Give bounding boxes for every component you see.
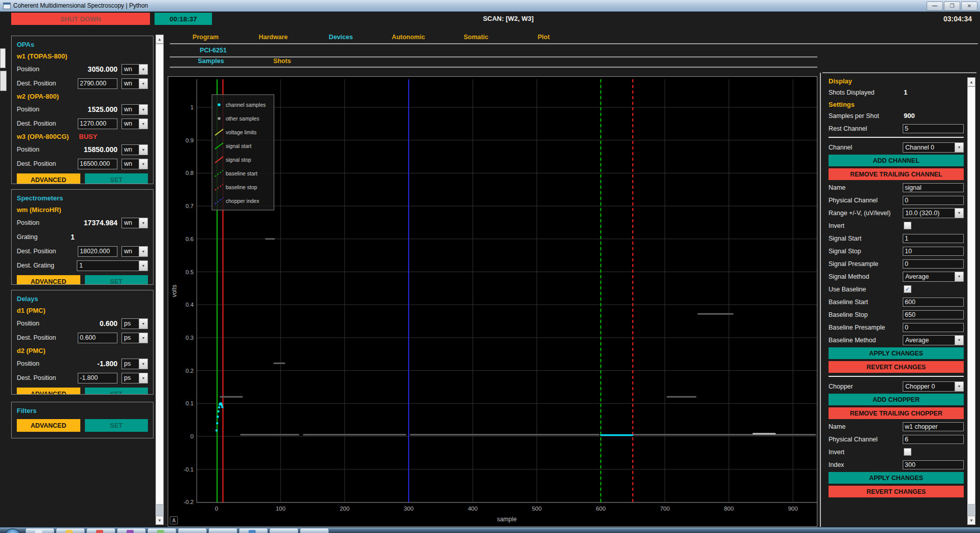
dest-position-input[interactable]	[78, 119, 117, 129]
baseline-method-dropdown[interactable]: Average▼	[903, 335, 964, 345]
taskbar-app-button[interactable]	[86, 528, 115, 533]
remove-trailing-chopper-button[interactable]: REMOVE TRAILING CHOPPER	[829, 407, 964, 419]
chevron-down-icon[interactable]: ▼	[139, 247, 147, 256]
autoscale-button[interactable]: A	[170, 516, 178, 524]
add-chopper-button[interactable]: ADD CHOPPER	[829, 394, 964, 405]
scroll-up-icon[interactable]: ▲	[967, 77, 975, 86]
advanced-button[interactable]: ADVANCED	[17, 173, 80, 184]
plot-canvas[interactable]: 0100200300400500600700800900-0.2-0.100.1…	[168, 77, 817, 528]
units-dropdown[interactable]: wn▼	[121, 218, 148, 228]
start-orb-icon[interactable]	[5, 528, 21, 533]
chopper-invert-checkbox[interactable]	[904, 448, 911, 456]
taskbar-app-button[interactable]	[208, 528, 237, 533]
apply-changes-button[interactable]: APPLY CHANGES	[829, 347, 964, 359]
chevron-down-icon[interactable]: ▼	[139, 373, 147, 383]
set-button[interactable]: SET	[85, 275, 148, 285]
dest-position-input[interactable]	[78, 78, 117, 89]
chevron-down-icon[interactable]: ▼	[139, 359, 147, 369]
signal-presample-input[interactable]	[903, 259, 964, 269]
units-dropdown[interactable]: wn▼	[121, 64, 148, 75]
range-dropdown[interactable]: 10.0 (320.0)▼	[903, 208, 964, 218]
units-dropdown[interactable]: ps▼	[121, 333, 148, 343]
scrollbar-thumb[interactable]	[967, 86, 975, 505]
apply-changes-button[interactable]: APPLY CHANGES	[829, 472, 964, 484]
baseline-presample-input[interactable]	[903, 323, 964, 332]
chevron-down-icon[interactable]: ▼	[955, 209, 963, 218]
invert-checkbox[interactable]	[904, 222, 911, 229]
dest-position-input[interactable]	[78, 333, 117, 343]
units-dropdown[interactable]: wn▼	[121, 119, 148, 129]
samples-plot[interactable]: 0100200300400500600700800900-0.2-0.100.1…	[168, 76, 817, 527]
units-dropdown[interactable]: ps▼	[121, 373, 148, 383]
tab-samples[interactable]: Samples	[175, 57, 247, 65]
set-button[interactable]: SET	[85, 173, 148, 184]
scroll-down-icon[interactable]: ▼	[156, 516, 164, 525]
taskbar-app-button[interactable]	[300, 528, 329, 533]
units-dropdown[interactable]: wn▼	[121, 246, 148, 257]
scrollbar-track[interactable]	[967, 505, 975, 516]
chevron-down-icon[interactable]: ▼	[139, 65, 147, 74]
dest-position-input[interactable]	[78, 159, 117, 169]
scrollbar-thumb[interactable]	[156, 44, 164, 505]
taskbar-app-button[interactable]	[56, 528, 85, 533]
add-channel-button[interactable]: ADD CHANNEL	[829, 155, 964, 166]
channel-name-input[interactable]	[903, 183, 964, 192]
chopper-physical-channel-input[interactable]	[903, 435, 964, 444]
restore-icon[interactable]: ❐	[944, 2, 960, 11]
units-dropdown[interactable]: wn▼	[121, 78, 148, 89]
chevron-down-icon[interactable]: ▼	[955, 143, 963, 152]
chopper-name-input[interactable]	[903, 422, 964, 431]
taskbar-app-button[interactable]	[147, 528, 176, 533]
physical-channel-input[interactable]	[903, 196, 964, 205]
chevron-down-icon[interactable]: ▼	[139, 319, 147, 329]
advanced-button[interactable]: ADVANCED	[17, 388, 80, 395]
chevron-down-icon[interactable]: ▼	[139, 105, 147, 114]
signal-stop-input[interactable]	[903, 247, 964, 256]
scroll-down-icon[interactable]: ▼	[967, 516, 975, 525]
tab-autonomic[interactable]: Autonomic	[375, 34, 442, 41]
windows-taskbar[interactable]	[0, 527, 980, 533]
units-dropdown[interactable]: wn▼	[121, 144, 148, 155]
units-dropdown[interactable]: wn▼	[121, 104, 148, 115]
chevron-down-icon[interactable]: ▼	[139, 159, 147, 169]
signal-start-input[interactable]	[903, 234, 964, 243]
rest-channel-input[interactable]	[903, 124, 964, 133]
tab-pci-6251[interactable]: PCI-6251	[189, 47, 237, 54]
taskbar-app-button[interactable]	[117, 528, 146, 533]
tab-devices[interactable]: Devices	[307, 34, 375, 41]
taskbar-app-button[interactable]	[178, 528, 207, 533]
chopper-dropdown[interactable]: Chopper 0▼	[903, 381, 964, 392]
index-input[interactable]	[903, 460, 964, 469]
baseline-start-input[interactable]	[903, 298, 964, 307]
chevron-down-icon[interactable]: ▼	[139, 119, 147, 129]
tab-program[interactable]: Program	[172, 34, 239, 41]
use-baseline-checkbox[interactable]: ✓	[904, 285, 911, 293]
chevron-down-icon[interactable]: ▼	[139, 79, 147, 88]
advanced-button[interactable]: ADVANCED	[17, 419, 80, 432]
dest-position-input[interactable]	[78, 373, 117, 383]
shutdown-button[interactable]: SHUT DOWN	[11, 13, 150, 25]
close-icon[interactable]: ✕	[961, 2, 977, 11]
set-button[interactable]: SET	[85, 419, 148, 432]
taskbar-app-button[interactable]	[239, 528, 268, 533]
units-dropdown[interactable]: ps▼	[121, 318, 148, 329]
scrollbar-track[interactable]	[156, 505, 164, 516]
units-dropdown[interactable]: ps▼	[121, 359, 148, 369]
tab-shots[interactable]: Shots	[247, 57, 318, 65]
chevron-down-icon[interactable]: ▼	[955, 336, 963, 345]
tab-somatic[interactable]: Somatic	[442, 34, 510, 41]
channel-dropdown[interactable]: Channel 0▼	[903, 142, 964, 153]
taskbar-app-button[interactable]	[25, 528, 54, 533]
chevron-down-icon[interactable]: ▼	[139, 261, 147, 271]
tab-plot[interactable]: Plot	[510, 34, 577, 41]
sidebar-scrollbar[interactable]: ▲ ▼	[156, 35, 164, 525]
panel-scrollbar[interactable]: ▲ ▼	[967, 77, 975, 525]
chevron-down-icon[interactable]: ▼	[139, 145, 147, 155]
dest-grating-dropdown[interactable]: 1▼	[77, 260, 148, 271]
tab-hardware[interactable]: Hardware	[239, 34, 307, 41]
chevron-down-icon[interactable]: ▼	[955, 382, 963, 391]
minimize-icon[interactable]: —	[927, 2, 943, 11]
baseline-stop-input[interactable]	[903, 310, 964, 319]
revert-changes-button[interactable]: REVERT CHANGES	[829, 486, 964, 497]
signal-method-dropdown[interactable]: Average▼	[903, 272, 964, 282]
